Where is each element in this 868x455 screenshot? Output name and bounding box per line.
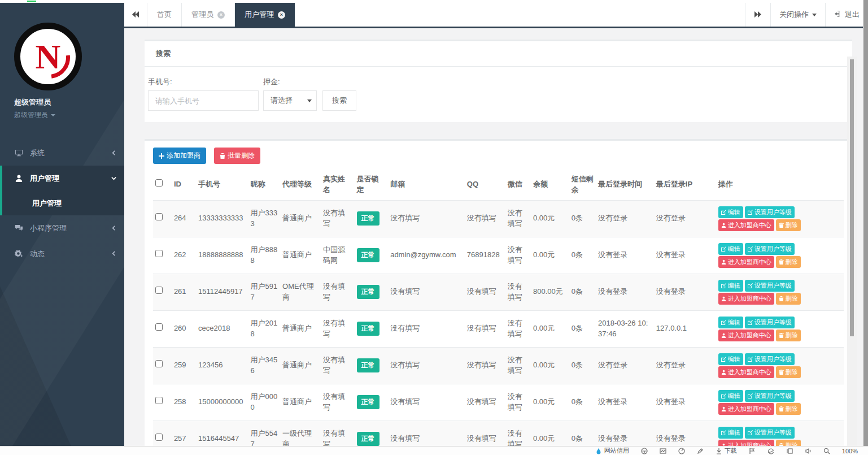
- download-button[interactable]: 下载: [716, 447, 737, 455]
- page-zoom-button[interactable]: [823, 448, 830, 454]
- row-checkbox[interactable]: [155, 323, 163, 331]
- cell-last-login-ip: 没有登录: [654, 421, 716, 446]
- row-checkbox[interactable]: [155, 397, 163, 404]
- edit-button[interactable]: 编辑: [718, 427, 743, 439]
- phone-input[interactable]: [148, 90, 259, 111]
- set-user-level-button[interactable]: 设置用户等级: [745, 427, 795, 439]
- edit-button[interactable]: 编辑: [718, 317, 743, 328]
- cell-id: 264: [172, 200, 196, 237]
- delete-button[interactable]: 删除: [776, 293, 801, 305]
- user-role-dropdown[interactable]: 超级管理员: [14, 110, 124, 120]
- enter-franchisee-center-button[interactable]: 进入加盟商中心: [718, 219, 774, 231]
- sidebar-item-miniprogram[interactable]: 小程序管理: [0, 215, 124, 241]
- speed-mode-button[interactable]: [678, 448, 685, 454]
- tab-home[interactable]: 首页: [147, 3, 182, 27]
- enter-franchisee-center-button[interactable]: 进入加盟商中心: [718, 293, 774, 305]
- cell-last-login-time: 没有登录: [596, 200, 654, 237]
- cell-id: 258: [172, 384, 196, 421]
- sidebar: N 超级管理员 超级管理员 系统: [0, 3, 124, 446]
- select-all-checkbox[interactable]: [155, 179, 163, 187]
- cell-last-login-ip: 没有登录: [654, 274, 716, 310]
- tabs-scroll-left-button[interactable]: [124, 3, 147, 27]
- add-franchisee-button[interactable]: 添加加盟商: [153, 148, 206, 164]
- inner-scrollbar-thumb[interactable]: [850, 59, 854, 336]
- row-checkbox[interactable]: [155, 287, 163, 294]
- edit-button[interactable]: 编辑: [718, 280, 743, 292]
- sidebar-item-user-management[interactable]: 用户管理: [2, 166, 124, 191]
- close-operations-dropdown[interactable]: 关闭操作: [770, 3, 825, 27]
- edit-button[interactable]: 编辑: [718, 390, 743, 402]
- edit-icon: [721, 210, 726, 215]
- set-user-level-button[interactable]: 设置用户等级: [745, 317, 795, 328]
- set-user-level-button[interactable]: 设置用户等级: [745, 353, 795, 365]
- delete-button[interactable]: 删除: [776, 256, 801, 268]
- row-checkbox[interactable]: [155, 213, 163, 220]
- search-panel: 搜索 手机号: 押金: 请选择 搜索: [145, 40, 852, 122]
- download-label: 下载: [725, 447, 737, 455]
- site-credit-button[interactable]: 网站信用: [595, 447, 629, 455]
- browser-scrollbar[interactable]: [863, 0, 868, 446]
- row-checkbox[interactable]: [155, 250, 163, 257]
- enter-franchisee-center-button[interactable]: 进入加盟商中心: [718, 256, 774, 268]
- search-button[interactable]: 搜索: [322, 90, 356, 111]
- set-user-level-button[interactable]: 设置用户等级: [745, 280, 795, 292]
- close-icon[interactable]: ×: [278, 11, 285, 19]
- sidebar-subitem-user-management[interactable]: 用户管理: [2, 191, 124, 215]
- batch-delete-button[interactable]: 批量删除: [214, 148, 260, 164]
- edit-button[interactable]: 编辑: [718, 243, 743, 255]
- edit-button[interactable]: 编辑: [718, 353, 743, 365]
- user-icon: [721, 296, 726, 301]
- double-left-arrow-icon: [132, 11, 139, 19]
- set-user-level-button[interactable]: 设置用户等级: [745, 206, 795, 218]
- tabs-scroll-right-button[interactable]: [745, 3, 770, 27]
- set-user-level-button[interactable]: 设置用户等级: [745, 390, 795, 402]
- enter-franchisee-center-button[interactable]: 进入加盟商中心: [718, 330, 774, 341]
- row-checkbox[interactable]: [155, 360, 163, 367]
- screenshot-button[interactable]: [660, 448, 666, 454]
- enter-franchisee-center-button[interactable]: 进入加盟商中心: [718, 366, 774, 378]
- delete-button[interactable]: 删除: [776, 330, 801, 341]
- table-row: 260cece2018用户2018普通商户没有填写正常没有填写没有填写没有填写0…: [153, 310, 844, 347]
- edit-button[interactable]: 编辑: [718, 206, 743, 218]
- ie-mode-button[interactable]: [767, 448, 774, 454]
- sidebar-item-system[interactable]: 系统: [0, 140, 124, 166]
- window-icon: [786, 448, 793, 454]
- enter-franchisee-center-button[interactable]: 进入加盟商中心: [718, 440, 774, 446]
- zoom-level[interactable]: 100%: [842, 448, 858, 454]
- flag-button[interactable]: [749, 448, 756, 454]
- delete-button[interactable]: 删除: [776, 366, 801, 378]
- split-window-button[interactable]: [786, 448, 793, 454]
- cell-balance: 0.00元: [531, 310, 569, 347]
- deposit-select[interactable]: 请选择: [263, 90, 317, 111]
- cell-lock-status: 正常: [355, 421, 389, 446]
- side-menu: 系统 用户管理 用户管理: [0, 140, 124, 266]
- logo-swoosh: [20, 28, 78, 87]
- rocket-icon: [697, 448, 704, 454]
- no-image-mode-button[interactable]: [641, 448, 648, 454]
- set-user-level-button[interactable]: 设置用户等级: [745, 243, 795, 255]
- cell-phone: 13333333333: [196, 200, 248, 237]
- cell-wechat: 没有填写: [505, 200, 531, 237]
- status-badge: 正常: [357, 432, 380, 446]
- row-checkbox[interactable]: [155, 434, 163, 441]
- delete-button[interactable]: 删除: [776, 219, 801, 231]
- edit-icon: [748, 283, 753, 288]
- logout-button[interactable]: 退出: [825, 3, 868, 27]
- browser-scrollbar-thumb[interactable]: [863, 0, 868, 446]
- close-icon[interactable]: ×: [217, 11, 225, 19]
- edit-icon: [748, 320, 753, 325]
- sidebar-item-dynamic[interactable]: 动态: [0, 241, 124, 266]
- boost-button[interactable]: [697, 448, 704, 454]
- delete-button[interactable]: 删除: [776, 403, 801, 415]
- delete-button[interactable]: 删除: [776, 440, 801, 446]
- tab-user-management[interactable]: 用户管理 ×: [235, 3, 295, 27]
- mute-button[interactable]: [805, 448, 812, 454]
- tab-admin[interactable]: 管理员 ×: [182, 3, 235, 27]
- table-row: 26413333333333用户3333普通商户没有填写正常没有填写没有填写没有…: [153, 200, 844, 237]
- cell-balance: 0.00元: [531, 384, 569, 421]
- column-header: 昵称: [248, 170, 281, 200]
- enter-franchisee-center-button[interactable]: 进入加盟商中心: [718, 403, 774, 415]
- inner-scrollbar[interactable]: [847, 57, 857, 446]
- cell-last-login-ip: 没有登录: [654, 237, 716, 274]
- cell-balance: 0.00元: [531, 421, 569, 446]
